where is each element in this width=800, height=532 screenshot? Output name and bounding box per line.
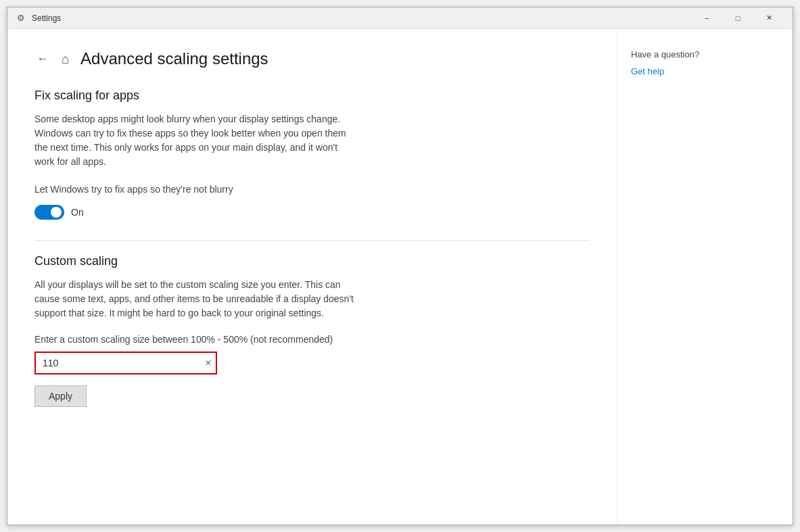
scaling-input-wrapper: ✕ [34,352,217,374]
scaling-input[interactable] [34,352,217,374]
titlebar: ⚙ Settings − □ ✕ [7,7,793,29]
settings-window: ⚙ Settings − □ ✕ ← ⌂ Advanced scaling se… [7,7,793,525]
close-button[interactable]: ✕ [753,7,784,29]
sidebar-right: Have a question? Get help [617,29,793,525]
toggle-state-label: On [71,207,84,218]
get-help-link[interactable]: Get help [631,66,664,76]
custom-scaling-title: Custom scaling [34,254,590,268]
custom-scaling-description: All your displays will be set to the cus… [34,278,359,320]
titlebar-title: Settings [32,14,691,23]
window-controls: − □ ✕ [691,7,784,29]
fix-scaling-toggle[interactable] [34,205,64,220]
input-label: Enter a custom scaling size between 100%… [34,334,359,345]
maximize-button[interactable]: □ [722,7,753,29]
main-content: ← ⌂ Advanced scaling settings Fix scalin… [7,29,617,525]
clear-input-button[interactable]: ✕ [204,357,213,369]
back-icon: ← [37,53,48,65]
section-divider [34,240,590,241]
minimize-button[interactable]: − [691,7,722,29]
content-area: ← ⌂ Advanced scaling settings Fix scalin… [7,29,793,525]
app-icon: ⚙ [16,13,26,24]
toggle-row: On [34,205,590,220]
clear-icon: ✕ [205,358,212,368]
toggle-description: Let Windows try to fix apps so they're n… [34,183,359,197]
home-icon: ⌂ [62,51,70,67]
fix-scaling-section: Fix scaling for apps Some desktop apps m… [34,89,590,220]
back-button[interactable]: ← [34,50,51,68]
custom-scaling-section: Custom scaling All your displays will be… [34,254,590,407]
fix-scaling-title: Fix scaling for apps [34,89,590,103]
apply-button[interactable]: Apply [34,385,87,407]
fix-scaling-description: Some desktop apps might look blurry when… [34,112,359,169]
page-header: ← ⌂ Advanced scaling settings [34,49,590,68]
input-row: ✕ [34,352,590,374]
page-title: Advanced scaling settings [80,49,268,68]
help-title: Have a question? [631,49,779,59]
